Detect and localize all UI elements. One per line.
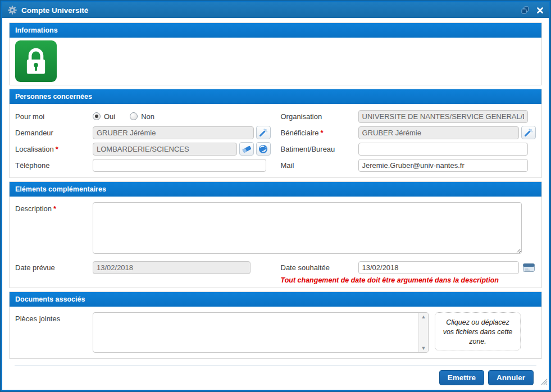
row-pour-moi: Pour moi Oui Non — [15, 109, 271, 124]
date-change-warning: Tout changement de date doit être argume… — [281, 276, 536, 284]
mail-label: Mail — [281, 161, 294, 170]
row-pieces-jointes: Pièces jointes ▲ ▼ Cliquez ou déplacez v… — [15, 312, 536, 353]
section-personnes-concernees: Personnes concernées Pour moi Oui Non — [9, 89, 542, 178]
batiment-input[interactable] — [358, 143, 529, 156]
date-souhaitee-block: Date souhaitée Tout changement de date — [281, 258, 536, 284]
row-mail: Mail — [281, 158, 536, 172]
batiment-label: Batiment/Bureau — [281, 145, 335, 153]
description-label: Description — [15, 204, 52, 213]
scroll-down-icon[interactable]: ▼ — [421, 345, 426, 351]
close-icon[interactable] — [537, 7, 543, 13]
date-prevue-label: Date prévue — [15, 263, 55, 272]
organisation-label: Organisation — [281, 112, 322, 121]
personnes-left-column: Pour moi Oui Non Demandeur — [15, 107, 271, 174]
row-organisation: Organisation — [281, 109, 536, 124]
scroll-up-icon[interactable]: ▲ — [421, 314, 426, 320]
dates-row: Date prévue Date souhaitée — [15, 258, 536, 284]
section-elements-header: Eléments complémentaires — [10, 182, 541, 197]
row-date-souhaitee: Date souhaitée — [281, 260, 536, 275]
row-date-prevue: Date prévue — [15, 260, 271, 275]
dialog-title: Compte Université — [21, 6, 88, 15]
localisation-label: Localisation — [15, 145, 54, 153]
dropzone-text: Cliquez ou déplacez vos fichiers dans ce… — [440, 318, 516, 347]
attachments-list-area[interactable] — [93, 313, 418, 352]
localisation-input[interactable] — [93, 143, 237, 156]
detach-window-icon[interactable] — [521, 6, 529, 14]
personnes-right-column: Organisation Bénéficiaire* — [281, 107, 536, 174]
radio-option-oui[interactable]: Oui — [93, 112, 115, 121]
cancel-button[interactable]: Annuler — [488, 370, 534, 385]
row-description: Description* — [15, 202, 536, 254]
demandeur-label: Demandeur — [15, 129, 53, 137]
pieces-jointes-label: Pièces jointes — [15, 314, 60, 323]
wand-icon[interactable] — [256, 126, 271, 139]
date-prevue-input[interactable] — [93, 261, 251, 274]
attachments-scrollbar[interactable]: ▲ ▼ — [418, 313, 428, 352]
resize-handle[interactable] — [540, 377, 548, 388]
dialog-compte-universite: Compte Université Informations — [0, 0, 551, 392]
required-mark: * — [53, 204, 56, 213]
row-batiment-bureau: Batiment/Bureau — [281, 142, 536, 156]
attachments-listbox[interactable]: ▲ ▼ — [93, 312, 429, 353]
submit-button[interactable]: Emettre — [439, 370, 484, 385]
wand-icon[interactable] — [521, 126, 536, 139]
beneficiaire-input[interactable] — [358, 126, 520, 139]
section-documents-body: Pièces jointes ▲ ▼ Cliquez ou déplacez v… — [10, 307, 541, 358]
telephone-label: Téléphone — [15, 161, 49, 170]
required-mark: * — [320, 129, 323, 137]
section-elements-body: Description* Date prévue Date souhaitée — [10, 197, 541, 288]
row-beneficiaire: Bénéficiaire* — [281, 125, 536, 140]
radio-non[interactable] — [130, 112, 138, 120]
calendar-icon[interactable] — [521, 261, 536, 274]
date-souhaitee-input[interactable] — [358, 261, 520, 274]
required-mark: * — [56, 145, 58, 153]
eraser-icon[interactable] — [239, 142, 254, 156]
organisation-input[interactable] — [358, 110, 529, 123]
pour-moi-label: Pour moi — [15, 112, 44, 121]
section-informations-header: Informations — [10, 23, 541, 38]
section-informations: Informations — [9, 22, 542, 85]
mail-input[interactable] — [358, 159, 529, 172]
telephone-input[interactable] — [93, 159, 266, 172]
radio-non-label: Non — [141, 112, 154, 121]
beneficiaire-label: Bénéficiaire — [281, 129, 319, 137]
dialog-frame: Compte Université Informations — [1, 1, 550, 391]
section-documents-header: Documents associés — [10, 292, 541, 307]
gear-icon — [8, 6, 17, 15]
section-personnes-body: Pour moi Oui Non Demandeur — [10, 104, 541, 177]
row-localisation: Localisation* — [15, 142, 271, 156]
row-telephone: Téléphone — [15, 158, 271, 172]
section-elements-complementaires: Eléments complémentaires Description* Da… — [9, 181, 542, 288]
file-dropzone[interactable]: Cliquez ou déplacez vos fichiers dans ce… — [435, 312, 521, 350]
demandeur-input[interactable] — [93, 126, 254, 139]
lock-icon — [15, 40, 57, 82]
description-textarea[interactable] — [93, 202, 522, 254]
date-souhaitee-label: Date souhaitée — [281, 263, 330, 272]
radio-oui-label: Oui — [104, 112, 115, 121]
section-informations-body — [10, 38, 541, 85]
radio-option-non[interactable]: Non — [130, 112, 154, 121]
section-documents-associes: Documents associés Pièces jointes ▲ ▼ Cl… — [9, 291, 542, 359]
dialog-content: Informations Personnes concernées Pour — [2, 18, 549, 390]
radio-oui[interactable] — [93, 112, 101, 120]
row-demandeur: Demandeur — [15, 125, 271, 140]
section-personnes-header: Personnes concernées — [10, 89, 541, 104]
globe-icon[interactable] — [256, 142, 271, 156]
titlebar: Compte Université — [2, 2, 549, 18]
footer: Emettre Annuler — [9, 366, 542, 390]
